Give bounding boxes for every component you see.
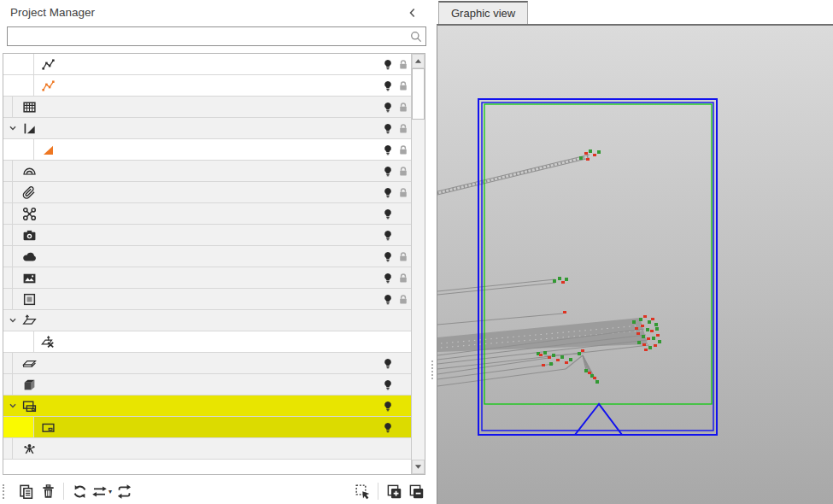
collapse-panel-icon[interactable] bbox=[405, 5, 420, 21]
visibility-bulb-icon[interactable] bbox=[382, 378, 394, 391]
visibility-bulb-icon[interactable] bbox=[382, 58, 394, 71]
survey-marker-green bbox=[646, 328, 649, 331]
lock-icon[interactable] bbox=[397, 272, 409, 284]
sections-icon bbox=[22, 164, 37, 179]
lock-icon[interactable] bbox=[397, 79, 409, 92]
graphic-view-panel: Graphic view bbox=[437, 0, 833, 504]
lock-icon[interactable] bbox=[397, 122, 409, 135]
tree-scrollbar[interactable] bbox=[411, 54, 425, 474]
survey-marker-green bbox=[558, 277, 561, 280]
row-gutter bbox=[3, 97, 13, 117]
survey-marker-red bbox=[656, 334, 660, 337]
visibility-bulb-icon[interactable] bbox=[382, 122, 394, 135]
tree-row-projection-planes[interactable] bbox=[3, 310, 411, 331]
lock-icon[interactable] bbox=[397, 165, 409, 178]
delete-button[interactable] bbox=[38, 481, 58, 501]
search-box bbox=[7, 26, 426, 46]
survey-marker-red bbox=[651, 318, 654, 320]
visibility-bulb-icon[interactable] bbox=[382, 250, 394, 263]
lock-icon[interactable] bbox=[397, 250, 409, 263]
survey-marker-green bbox=[648, 320, 651, 324]
selection-mode-button[interactable] bbox=[352, 481, 373, 501]
survey-marker-red bbox=[556, 359, 560, 361]
visibility-bulb-icon[interactable] bbox=[382, 208, 394, 220]
cloud-icon bbox=[22, 249, 37, 264]
lock-icon[interactable] bbox=[397, 186, 409, 199]
lock-icon[interactable] bbox=[397, 293, 409, 306]
survey-marker-red bbox=[563, 311, 566, 314]
tab-graphic-view[interactable]: Graphic view bbox=[438, 1, 528, 24]
visibility-bulb-icon[interactable] bbox=[382, 144, 394, 156]
tree-row-raster-maps[interactable] bbox=[3, 267, 411, 289]
visibility-bulb-icon[interactable] bbox=[382, 293, 394, 306]
tree-row-plot-boxes[interactable] bbox=[3, 396, 411, 417]
reload-button[interactable] bbox=[114, 481, 134, 501]
tree-row-none[interactable] bbox=[3, 331, 411, 353]
visibility-bulb-icon[interactable] bbox=[382, 400, 394, 413]
tree-row-ril-141123[interactable] bbox=[3, 75, 411, 97]
visibility-bulb-icon[interactable] bbox=[382, 101, 394, 114]
toolbar-separator bbox=[63, 483, 64, 500]
visibility-bulb-icon[interactable] bbox=[382, 79, 394, 92]
chevron-down-icon[interactable] bbox=[3, 121, 21, 135]
panel-splitter[interactable] bbox=[429, 0, 437, 504]
survey-marker-green bbox=[543, 351, 547, 355]
tree-row-plotbox-1[interactable] bbox=[3, 417, 411, 438]
tree-row-flight-sessions[interactable] bbox=[3, 203, 411, 225]
lock-icon[interactable] bbox=[397, 144, 409, 156]
row-gutter bbox=[3, 54, 34, 74]
visibility-bulb-icon[interactable] bbox=[382, 272, 394, 284]
collapse-all-button[interactable] bbox=[406, 481, 426, 501]
survey-marker-green bbox=[595, 380, 599, 384]
visibility-bulb-icon[interactable] bbox=[382, 357, 394, 370]
tree-row-main-drawing[interactable] bbox=[3, 139, 411, 161]
tree-row-drawings[interactable] bbox=[3, 118, 411, 139]
drawing-icon bbox=[41, 143, 56, 157]
tree-row-views-view-points[interactable] bbox=[3, 438, 411, 460]
tree-row-ground-photos-sessions[interactable] bbox=[3, 225, 411, 246]
expand-all-button[interactable] bbox=[384, 481, 404, 501]
tree-row-sections-groups[interactable] bbox=[3, 161, 411, 182]
survey-marker-green bbox=[655, 327, 659, 331]
survey-marker-red bbox=[588, 372, 591, 374]
proj-plane-icon bbox=[22, 314, 37, 328]
survey-marker-red bbox=[584, 152, 588, 155]
scrollbar-thumb[interactable] bbox=[412, 68, 425, 120]
survey-marker-red bbox=[561, 281, 565, 284]
scrollbar-down-icon[interactable] bbox=[412, 460, 425, 474]
visibility-bulb-icon[interactable] bbox=[382, 186, 394, 199]
toolbar-grip-icon[interactable] bbox=[3, 484, 11, 499]
tree-row-orthophotos[interactable] bbox=[3, 289, 411, 310]
search-input[interactable] bbox=[9, 28, 406, 46]
chevron-down-icon[interactable] bbox=[3, 314, 21, 327]
copy-button[interactable] bbox=[15, 481, 36, 501]
swap-dropdown-button[interactable]: ▾ bbox=[91, 481, 112, 501]
toolbar-separator bbox=[378, 483, 378, 500]
visibility-bulb-icon[interactable] bbox=[382, 421, 394, 434]
graphic-view-canvas[interactable] bbox=[437, 24, 833, 504]
row-gutter bbox=[3, 246, 13, 267]
survey-marker-red bbox=[581, 349, 584, 352]
row-gutter bbox=[3, 161, 13, 181]
survey-marker-red bbox=[650, 330, 654, 332]
survey-marker-green bbox=[549, 362, 553, 366]
lock-icon[interactable] bbox=[397, 58, 409, 71]
tree-row-main-survey[interactable] bbox=[3, 54, 411, 75]
tree-row-clipping-planes[interactable] bbox=[3, 353, 411, 374]
tree-row-surfaces[interactable] bbox=[3, 97, 411, 118]
visibility-bulb-icon[interactable] bbox=[382, 165, 394, 178]
survey-marker-red bbox=[641, 325, 644, 327]
chevron-down-icon[interactable] bbox=[3, 399, 21, 413]
survey-marker-green bbox=[597, 150, 601, 154]
visibility-bulb-icon[interactable] bbox=[382, 229, 394, 242]
tree-row-point-clouds[interactable] bbox=[3, 246, 411, 267]
tree-row-clipping-boxes[interactable] bbox=[3, 374, 411, 396]
tree-row-external-documents[interactable] bbox=[3, 182, 411, 203]
splitter-grip-icon bbox=[431, 360, 433, 379]
lock-icon[interactable] bbox=[397, 101, 409, 114]
row-gutter bbox=[3, 438, 13, 459]
replace-button[interactable] bbox=[69, 481, 90, 501]
scrollbar-up-icon[interactable] bbox=[412, 54, 425, 68]
row-gutter bbox=[3, 353, 13, 373]
row-gutter bbox=[3, 289, 13, 309]
